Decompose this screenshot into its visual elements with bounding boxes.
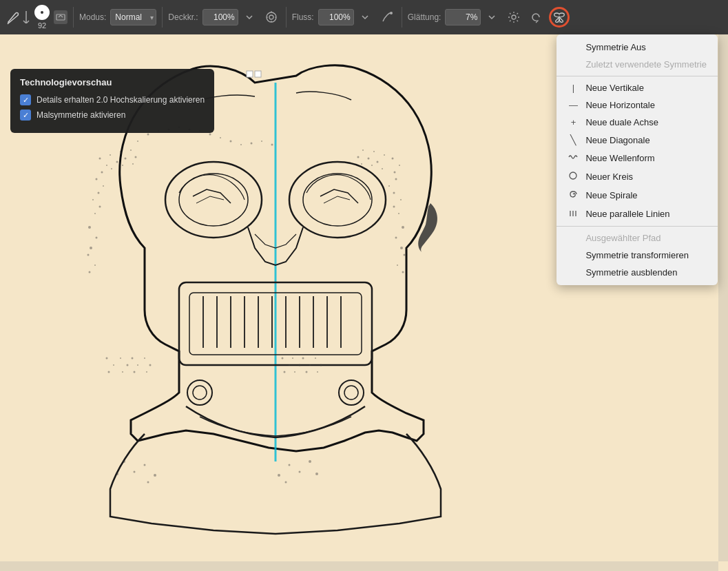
menu-symmetrie-ausblenden[interactable]: Symmetrie ausblenden	[557, 264, 718, 281]
symmetrie-ausblenden-label: Symmetrie ausblenden	[585, 267, 677, 278]
svg-point-32	[110, 154, 111, 156]
svg-point-110	[309, 364, 311, 366]
svg-point-121	[309, 460, 311, 463]
svg-point-103	[282, 357, 284, 360]
neue-parallele-label: Neue parallele Linien	[585, 209, 669, 219]
svg-point-77	[137, 141, 138, 142]
menu-zuletzt: Zuletzt verwendete Symmetrie	[557, 56, 718, 73]
svg-point-55	[394, 172, 396, 174]
svg-point-67	[393, 192, 395, 194]
menu-neue-diagonale[interactable]: ╲ Neue Diagonale	[557, 131, 718, 149]
svg-rect-128	[255, 71, 261, 77]
menu-neuer-kreis[interactable]: Neuer Kreis	[557, 167, 718, 186]
vertical-scrollbar[interactable]	[718, 34, 728, 561]
svg-point-48	[96, 237, 98, 239]
svg-point-129	[570, 172, 576, 179]
svg-point-119	[154, 474, 156, 477]
neue-diagonale-label: Neue Diagonale	[585, 135, 649, 145]
svg-point-88	[251, 143, 253, 145]
horizontal-scrollbar[interactable]	[0, 561, 718, 571]
menu-symmetrie-aus[interactable]: Symmetrie Aus	[557, 39, 718, 56]
svg-point-39	[135, 156, 137, 158]
brush-size-label: 92	[38, 21, 46, 30]
svg-point-112	[315, 357, 316, 359]
deckr-input[interactable]	[202, 9, 238, 25]
brush-circle	[34, 5, 50, 20]
menu-neue-spirale[interactable]: Neue Spirale	[557, 186, 718, 205]
modus-select[interactable]: Normal	[110, 9, 156, 25]
tooltip-item-1-label: Details erhalten 2.0 Hochskalierung akti…	[37, 95, 205, 105]
svg-point-38	[130, 149, 132, 151]
neue-wellenform-label: Neue Wellenform	[585, 153, 654, 163]
menu-neue-horizontale[interactable]: — Neue Horizontale	[557, 96, 718, 114]
svg-point-102	[146, 371, 147, 373]
menu-neue-vertikale[interactable]: | Neue Vertikale	[557, 79, 718, 96]
neue-diagonale-icon: ╲	[568, 134, 579, 145]
svg-point-62	[362, 149, 364, 151]
menu-symmetrie-transformieren[interactable]: Symmetrie transformieren	[557, 247, 718, 264]
menu-neue-parallele[interactable]: Neue parallele Linien	[557, 205, 718, 223]
fluss-input-group	[318, 8, 374, 26]
svg-point-33	[116, 161, 118, 163]
svg-point-101	[149, 364, 152, 366]
svg-point-31	[101, 172, 103, 174]
svg-point-124	[289, 464, 291, 466]
svg-point-75	[397, 264, 398, 266]
symmetry-btn[interactable]	[549, 7, 570, 28]
settings-btn[interactable]	[505, 8, 523, 26]
toolbar: 92 Modus: Normal Deckkr.: Fluss:	[0, 0, 728, 34]
svg-point-52	[89, 271, 91, 273]
brush-icon-wrap	[6, 10, 30, 25]
pen-pressure-btn[interactable]	[378, 8, 396, 26]
svg-point-114	[317, 371, 318, 373]
ausgewaehlter-pfad-label: Ausgewählter Pfad	[585, 233, 661, 243]
glattung-label: Glättung:	[408, 12, 441, 22]
fluss-input[interactable]	[318, 9, 354, 25]
checkbox-1[interactable]: ✓	[20, 94, 31, 105]
svg-point-86	[230, 141, 232, 143]
glattung-expand-btn[interactable]	[483, 8, 501, 26]
menu-neue-wellenform[interactable]: Neue Wellenform	[557, 149, 718, 167]
glattung-input[interactable]	[445, 9, 481, 25]
rotate-btn[interactable]	[527, 8, 545, 26]
neue-wellenform-icon	[568, 152, 579, 164]
svg-point-104	[289, 364, 290, 366]
menu-sep-2	[557, 226, 718, 227]
svg-point-45	[99, 206, 101, 208]
svg-point-91	[106, 357, 108, 360]
modus-select-wrap[interactable]: Normal	[110, 9, 156, 25]
divider-4	[402, 7, 402, 28]
butterfly-icon	[553, 11, 565, 23]
brush-dot	[41, 11, 43, 14]
neue-duale-icon: +	[568, 117, 579, 127]
svg-point-115	[123, 460, 125, 463]
svg-point-68	[400, 199, 402, 200]
svg-point-123	[315, 473, 318, 475]
symmetrie-transformieren-label: Symmetrie transformieren	[585, 250, 689, 260]
svg-point-108	[294, 371, 295, 373]
svg-point-60	[368, 158, 370, 160]
svg-point-36	[125, 158, 127, 160]
fluss-expand-btn[interactable]	[356, 8, 374, 26]
svg-point-111	[306, 371, 308, 373]
menu-neue-duale[interactable]: + Neue duale Achse	[557, 114, 718, 131]
symmetrie-aus-label: Symmetrie Aus	[585, 42, 645, 52]
svg-point-57	[377, 161, 379, 163]
svg-point-51	[94, 264, 96, 266]
svg-point-90	[271, 144, 273, 146]
svg-point-113	[320, 364, 322, 366]
svg-point-59	[373, 151, 375, 152]
svg-point-30	[106, 165, 107, 166]
pressure-icon[interactable]	[54, 10, 67, 24]
svg-point-74	[404, 254, 406, 256]
deckr-expand-btn[interactable]	[240, 8, 258, 26]
neuer-kreis-label: Neuer Kreis	[585, 172, 633, 182]
checkbox-2[interactable]: ✓	[20, 110, 31, 121]
svg-point-106	[292, 357, 293, 359]
svg-point-85	[220, 137, 221, 138]
neue-parallele-icon	[568, 208, 579, 220]
airbrush-btn[interactable]	[262, 8, 280, 26]
svg-point-65	[395, 178, 397, 180]
svg-rect-127	[247, 71, 253, 77]
fluss-label: Fluss:	[292, 12, 314, 22]
